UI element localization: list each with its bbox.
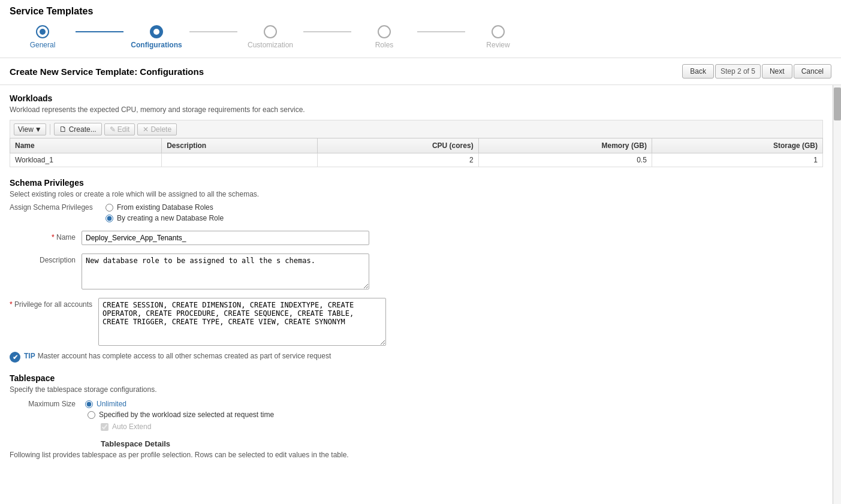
page-title: Service Templates xyxy=(10,6,831,17)
toolbar-divider-1 xyxy=(50,124,50,135)
step-circle-general xyxy=(36,25,49,38)
view-button[interactable]: View ▼ xyxy=(14,123,46,135)
auto-extend-label: Auto Extend xyxy=(112,422,151,431)
delete-icon: ✕ xyxy=(143,125,149,134)
connector-3 xyxy=(303,31,351,32)
tip-label: TIP xyxy=(24,352,35,360)
name-field-label: Name xyxy=(10,231,82,242)
wizard-step-review[interactable]: Review xyxy=(465,25,531,49)
connector-4 xyxy=(417,31,465,32)
radio-existing-roles[interactable]: From existing Database Roles xyxy=(105,203,224,212)
delete-button[interactable]: ✕ Delete xyxy=(137,123,177,135)
edit-label: Edit xyxy=(117,125,130,134)
schema-title: Schema Privileges xyxy=(10,178,823,188)
col-memory: Memory (GB) xyxy=(478,138,652,153)
step-label-roles: Roles xyxy=(375,41,394,49)
create-label: Create... xyxy=(69,125,97,134)
main-content: Workloads Workload represents the expect… xyxy=(0,85,833,467)
step-circle-review xyxy=(492,25,505,38)
back-button[interactable]: Back xyxy=(682,64,714,79)
radio-specified-input[interactable] xyxy=(88,411,95,419)
workloads-title: Workloads xyxy=(10,93,823,103)
tablespace-title: Tablespace xyxy=(10,373,823,383)
privilege-field-input[interactable]: CREATE SESSION, CREATE DIMENSION, CREATE… xyxy=(98,298,386,346)
wizard-step-customization[interactable]: Customization xyxy=(237,25,303,49)
tip-row: ✔ TIPMaster account has complete access … xyxy=(10,352,823,363)
delete-label: Delete xyxy=(150,125,171,134)
radio-specified-label: Specified by the workload size selected … xyxy=(99,411,274,419)
workloads-toolbar: View ▼ 🗋 Create... ✎ Edit xyxy=(10,120,823,138)
name-field-row: Name xyxy=(10,231,823,245)
table-row[interactable]: Workload_1 2 0.5 1 xyxy=(10,153,823,167)
step-circle-roles xyxy=(378,25,391,38)
create-icon: 🗋 xyxy=(59,125,67,134)
row-memory: 0.5 xyxy=(478,153,652,167)
next-button[interactable]: Next xyxy=(762,64,792,79)
description-field-label: Description xyxy=(10,253,82,264)
col-cpu: CPU (cores) xyxy=(318,138,478,153)
assign-label: Assign Schema Privileges xyxy=(10,203,105,212)
workloads-description: Workload represents the expected CPU, me… xyxy=(10,105,823,114)
privilege-field-row: Privilege for all accounts CREATE SESSIO… xyxy=(10,298,823,346)
connector-2 xyxy=(189,31,237,32)
auto-extend-checkbox[interactable] xyxy=(101,423,108,431)
row-name: Workload_1 xyxy=(10,153,162,167)
auto-extend-row: Auto Extend xyxy=(101,422,823,431)
step-label-general: General xyxy=(30,41,56,49)
name-field-input[interactable] xyxy=(82,231,369,245)
connector-1 xyxy=(76,31,123,32)
description-field-row: Description New database role to be assi… xyxy=(10,253,823,289)
radio-unlimited-input[interactable] xyxy=(85,400,93,408)
max-size-row: Maximum Size Unlimited xyxy=(10,400,823,408)
cancel-button[interactable]: Cancel xyxy=(794,64,831,79)
description-field-input[interactable]: New database role to be assigned to all … xyxy=(82,253,369,289)
wizard-step-roles[interactable]: Roles xyxy=(351,25,417,49)
radio-specified[interactable]: Specified by the workload size selected … xyxy=(88,411,274,419)
col-description: Description xyxy=(162,138,318,153)
edit-icon: ✎ xyxy=(110,125,116,134)
view-label: View xyxy=(18,125,34,134)
tip-text: Master account has complete access to al… xyxy=(38,352,331,360)
wizard-step-general[interactable]: General xyxy=(10,25,76,49)
radio-unlimited-label: Unlimited xyxy=(97,400,126,408)
row-description xyxy=(162,153,318,167)
action-buttons: Back Step 2 of 5 Next Cancel xyxy=(682,64,831,79)
wizard-step-configurations[interactable]: Configurations xyxy=(123,25,189,49)
col-name: Name xyxy=(10,138,162,153)
view-arrow-icon: ▼ xyxy=(35,125,42,134)
vertical-scrollbar[interactable] xyxy=(833,85,841,504)
tip-icon: ✔ xyxy=(10,352,20,363)
content-title: Create New Service Template: Configurati… xyxy=(10,67,204,77)
row-cpu: 2 xyxy=(318,153,478,167)
tablespace-section: Tablespace Specify the tablespace storag… xyxy=(10,373,823,459)
radio-unlimited[interactable]: Unlimited xyxy=(85,400,126,408)
radio-existing-input[interactable] xyxy=(105,204,113,212)
tablespace-details-title: Tablespace Details xyxy=(101,439,823,448)
radio-new-label: By creating a new Database Role xyxy=(117,214,224,222)
create-button[interactable]: 🗋 Create... xyxy=(54,123,102,135)
step-label-customization: Customization xyxy=(248,41,293,49)
privilege-field-label: Privilege for all accounts xyxy=(10,298,98,309)
radio-specified-row: Specified by the workload size selected … xyxy=(88,411,823,419)
radio-existing-label: From existing Database Roles xyxy=(117,203,213,212)
step-label-review: Review xyxy=(486,41,510,49)
edit-button[interactable]: ✎ Edit xyxy=(104,123,135,135)
tablespace-details-desc: Following list provides tablespace as pe… xyxy=(10,451,823,459)
workloads-table: Name Description CPU (cores) Memory (GB)… xyxy=(10,138,823,167)
row-storage: 1 xyxy=(652,153,822,167)
schema-description: Select existing roles or create a role w… xyxy=(10,190,823,198)
tablespace-description: Specify the tablespace storage configura… xyxy=(10,385,823,394)
content-header: Create New Service Template: Configurati… xyxy=(0,58,841,85)
assign-row: Assign Schema Privileges From existing D… xyxy=(10,203,823,222)
step-info: Step 2 of 5 xyxy=(715,64,761,79)
scrollbar-thumb[interactable] xyxy=(834,87,841,120)
radio-new-input[interactable] xyxy=(105,215,113,222)
wizard-steps: General Configurations Customization Rol… xyxy=(10,23,831,54)
radio-new-role[interactable]: By creating a new Database Role xyxy=(105,214,224,222)
max-size-label: Maximum Size xyxy=(10,400,82,408)
step-circle-customization xyxy=(264,25,277,38)
schema-section: Schema Privileges Select existing roles … xyxy=(10,178,823,363)
workloads-section: Workloads Workload represents the expect… xyxy=(10,93,823,167)
col-storage: Storage (GB) xyxy=(652,138,822,153)
step-circle-configurations xyxy=(150,25,163,38)
